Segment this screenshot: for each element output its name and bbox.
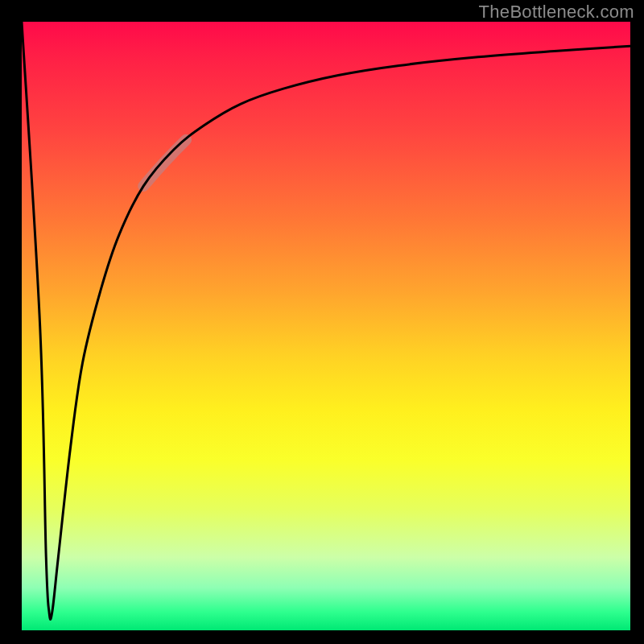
bottleneck-curve-line	[22, 22, 630, 620]
curve-highlight-segment	[143, 140, 186, 186]
attribution-label: TheBottleneck.com	[479, 2, 634, 23]
plot-area	[22, 22, 630, 630]
chart-frame: TheBottleneck.com	[0, 0, 644, 644]
bottleneck-curve-svg	[22, 22, 630, 630]
